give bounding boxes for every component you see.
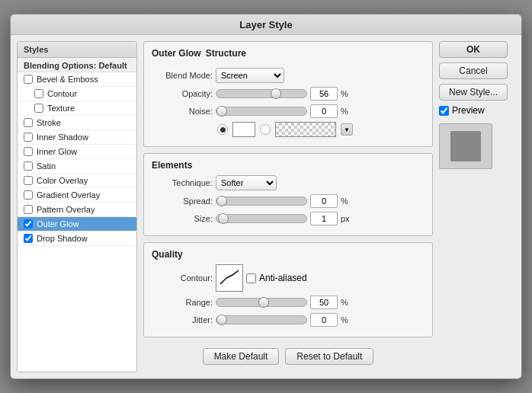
satin-label: Satin <box>37 161 56 171</box>
drop-shadow-checkbox[interactable] <box>24 234 33 243</box>
sidebar-item-texture[interactable]: Texture <box>18 101 136 116</box>
sidebar-item-satin[interactable]: Satin <box>18 159 136 174</box>
structure-title: Structure <box>206 48 246 59</box>
range-label: Range: <box>152 298 213 307</box>
spread-label: Spread: <box>152 196 213 206</box>
sidebar-item-inner-glow[interactable]: Inner Glow <box>18 145 136 159</box>
gradient-radio[interactable] <box>260 124 271 135</box>
anti-alias-label: Anti-aliased <box>259 273 307 283</box>
opacity-row: Opacity: % <box>152 87 425 101</box>
noise-row: Noise: % <box>152 104 425 118</box>
sidebar-item-drop-shadow[interactable]: Drop Shadow <box>18 232 136 246</box>
blend-mode-label: Blend Mode: <box>152 71 213 80</box>
sidebar-item-color-overlay[interactable]: Color Overlay <box>18 174 136 188</box>
contour-thumbnail[interactable] <box>216 264 243 292</box>
noise-slider[interactable] <box>216 107 307 116</box>
outer-glow-checkbox[interactable] <box>24 219 33 228</box>
outer-glow-label: Outer Glow <box>37 219 79 228</box>
range-input[interactable] <box>310 296 338 309</box>
size-row: Size: px <box>152 212 425 225</box>
size-input[interactable] <box>310 212 338 225</box>
blend-mode-select[interactable]: Screen Normal Multiply <box>216 68 284 83</box>
sidebar-item-outer-glow[interactable]: Outer Glow <box>18 217 136 232</box>
jitter-row: Jitter: % <box>152 313 425 327</box>
sidebar-item-bevel-emboss[interactable]: Bevel & Emboss <box>18 72 136 87</box>
spread-slider[interactable] <box>216 196 307 206</box>
jitter-unit: % <box>341 315 348 324</box>
texture-label: Texture <box>47 104 75 113</box>
quality-title: Quality <box>152 249 425 260</box>
anti-alias-checkbox[interactable] <box>246 273 256 283</box>
noise-label: Noise: <box>152 107 213 116</box>
sidebar-item-pattern-overlay[interactable]: Pattern Overlay <box>18 203 136 217</box>
drop-shadow-label: Drop Shadow <box>37 234 88 243</box>
technique-row: Technique: Softer Precise <box>152 175 425 190</box>
elements-title: Elements <box>152 160 425 171</box>
opacity-input[interactable] <box>310 87 338 101</box>
inner-glow-label: Inner Glow <box>37 147 77 156</box>
contour-label: Contour: <box>152 273 213 283</box>
texture-checkbox[interactable] <box>34 104 43 113</box>
contour-checkbox[interactable] <box>34 89 43 98</box>
opacity-label: Opacity: <box>152 89 213 98</box>
size-slider[interactable] <box>216 214 307 223</box>
gradient-swatch[interactable] <box>275 122 336 137</box>
preview-checkbox[interactable] <box>439 106 449 116</box>
preview-box <box>439 123 492 169</box>
color-overlay-checkbox[interactable] <box>24 176 33 185</box>
sidebar-item-stroke[interactable]: Stroke <box>18 116 136 130</box>
anti-alias-row: Anti-aliased <box>246 273 307 283</box>
bevel-emboss-label: Bevel & Emboss <box>37 75 98 84</box>
bevel-emboss-checkbox[interactable] <box>24 75 33 84</box>
contour-row: Contour: Anti-aliased <box>152 264 425 292</box>
jitter-slider[interactable] <box>216 315 307 324</box>
cancel-button[interactable]: Cancel <box>439 62 508 79</box>
color-overlay-label: Color Overlay <box>37 176 88 185</box>
color-swatch[interactable] <box>232 122 255 137</box>
main-content: Outer Glow Structure Blend Mode: Screen … <box>143 41 433 372</box>
make-default-button[interactable]: Make Default <box>203 348 280 365</box>
size-unit: px <box>341 214 350 223</box>
preview-inner <box>450 131 481 161</box>
gradient-overlay-label: Gradient Overlay <box>37 190 100 200</box>
noise-input[interactable] <box>310 104 338 118</box>
elements-section: Elements Technique: Softer Precise Sprea… <box>143 153 433 236</box>
satin-checkbox[interactable] <box>24 161 33 171</box>
inner-glow-checkbox[interactable] <box>24 147 33 156</box>
pattern-overlay-checkbox[interactable] <box>24 205 33 214</box>
inner-shadow-label: Inner Shadow <box>37 133 88 142</box>
right-panel: OK Cancel New Style... Preview <box>439 41 515 372</box>
spread-row: Spread: % <box>152 194 425 208</box>
reset-to-default-button[interactable]: Reset to Default <box>285 348 373 365</box>
technique-label: Technique: <box>152 178 213 187</box>
stroke-label: Stroke <box>37 118 61 127</box>
gradient-overlay-checkbox[interactable] <box>24 190 33 200</box>
gradient-dropdown-arrow[interactable]: ▼ <box>341 123 353 136</box>
spread-input[interactable] <box>310 194 338 208</box>
stroke-checkbox[interactable] <box>24 118 33 127</box>
dialog-title: Layer Style <box>11 14 521 35</box>
spread-unit: % <box>341 196 348 206</box>
opacity-slider[interactable] <box>216 89 307 98</box>
sidebar-item-inner-shadow[interactable]: Inner Shadow <box>18 130 136 145</box>
range-row: Range: % <box>152 296 425 309</box>
preview-check-row: Preview <box>439 105 515 116</box>
solid-color-radio[interactable] <box>217 124 228 135</box>
range-slider[interactable] <box>216 298 307 307</box>
outer-glow-title: Outer Glow <box>152 48 201 59</box>
opacity-unit: % <box>341 89 348 98</box>
bottom-buttons: Make Default Reset to Default <box>143 343 433 372</box>
styles-header: Styles <box>18 42 136 58</box>
sidebar-item-contour[interactable]: Contour <box>18 87 136 101</box>
preview-label: Preview <box>452 105 485 116</box>
inner-shadow-checkbox[interactable] <box>24 133 33 142</box>
contour-label: Contour <box>47 89 77 98</box>
jitter-label: Jitter: <box>152 315 213 324</box>
color-row: ▼ <box>152 122 425 137</box>
ok-button[interactable]: OK <box>439 41 508 58</box>
jitter-input[interactable] <box>310 313 338 327</box>
new-style-button[interactable]: New Style... <box>439 84 508 101</box>
range-unit: % <box>341 298 348 307</box>
technique-select[interactable]: Softer Precise <box>216 175 277 190</box>
sidebar-item-gradient-overlay[interactable]: Gradient Overlay <box>18 188 136 203</box>
